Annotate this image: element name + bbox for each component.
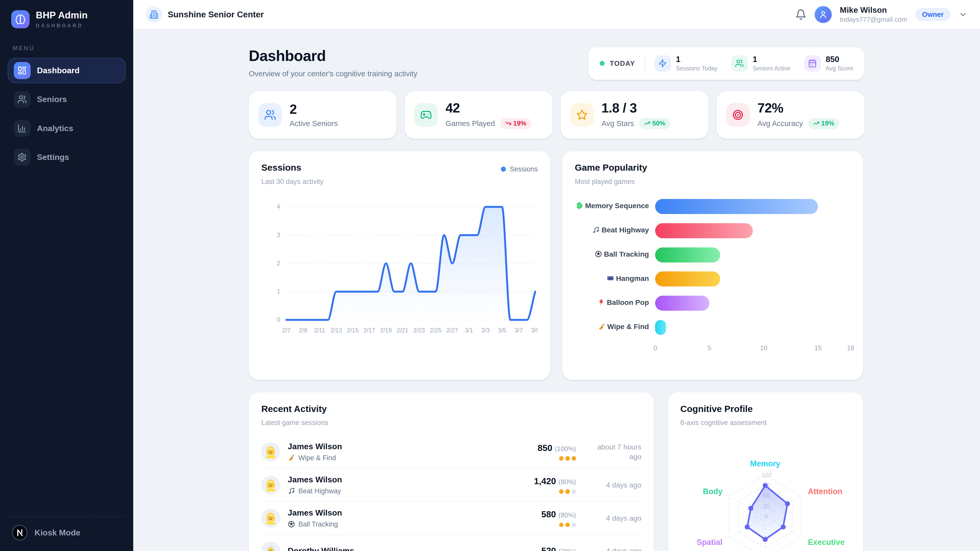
blonde-woman-avatar: [261, 442, 280, 461]
activity-row[interactable]: Dorothy Williams520(78%)4 days ago: [261, 535, 641, 551]
star-dot: [572, 489, 576, 494]
svg-text:0: 0: [277, 317, 280, 323]
stat-cards-row: 2Active Seniors42Games Played19%1.8 / 3A…: [249, 91, 864, 139]
puzzle-icon: [576, 202, 584, 212]
chevron-down-icon[interactable]: [959, 10, 967, 19]
bar-ball-tracking: [655, 248, 720, 262]
bar-row-ball-tracking: Ball Tracking: [575, 243, 851, 267]
trend-up-icon: [813, 120, 819, 127]
sidebar-item-label: Analytics: [37, 124, 73, 133]
center-name: Sunshine Senior Center: [168, 10, 264, 19]
sidebar: BHP Admin DASHBOARD MENU DashboardSenior…: [0, 0, 133, 551]
activity-row[interactable]: James WilsonWipe & Find850(100%)about 7 …: [261, 435, 641, 468]
stat-card-value: 2: [290, 102, 338, 117]
user-avatar[interactable]: [815, 6, 832, 23]
svg-text:2/23: 2/23: [414, 327, 425, 334]
star-dot: [572, 456, 576, 460]
topbar-right: Mike Wilson todays777@gmail.com Owner: [795, 6, 967, 23]
stat-card-active-seniors: 2Active Seniors: [249, 91, 396, 139]
radar-axis-spatial: Spatial: [697, 538, 722, 547]
stat-card-label: Avg Stars: [601, 119, 634, 128]
bar-track: [655, 248, 851, 262]
game-popularity-card: Game Popularity Most played games Memory…: [562, 151, 863, 380]
trend-badge: 50%: [639, 118, 670, 129]
today-stat-label: Sessions Today: [676, 65, 718, 72]
bar-row-wipe-find: Wipe & Find: [575, 315, 851, 340]
activity-accuracy: (80%): [558, 478, 576, 486]
activity-score: 580: [541, 510, 556, 519]
svg-text:abc: abc: [609, 277, 612, 279]
sidebar-item-seniors[interactable]: Seniors: [8, 87, 126, 112]
soccer-icon: [288, 520, 295, 528]
activity-row[interactable]: James WilsonBeat Highway1,420(80%)4 days…: [261, 468, 641, 501]
music-icon: [288, 487, 295, 495]
activity-game: Ball Tracking: [288, 520, 534, 528]
profile-title: Cognitive Profile: [680, 404, 767, 414]
activity-row[interactable]: James WilsonBall Tracking580(80%)4 days …: [261, 501, 641, 534]
music-icon: [592, 226, 600, 236]
radar-point: [762, 537, 768, 542]
bar-wipe-find: [655, 320, 666, 335]
sessions-legend: Sessions: [501, 165, 538, 173]
brand-title: BHP Admin: [36, 10, 88, 21]
radar-point: [745, 524, 750, 530]
bar-label: Balloon Pop: [575, 298, 649, 308]
activity-accuracy: (80%): [558, 511, 576, 519]
activity-score: 850: [538, 443, 552, 453]
sidebar-item-analytics[interactable]: Analytics: [8, 116, 126, 141]
recent-activity-card: Recent Activity Latest game sessions Jam…: [249, 392, 654, 551]
radar-point: [748, 506, 753, 511]
today-label: TODAY: [610, 59, 635, 68]
activity-title: Recent Activity: [261, 404, 328, 414]
sidebar-item-label: Seniors: [37, 95, 67, 104]
stat-card-avg-accuracy: 72%Avg Accuracy19%: [717, 91, 864, 139]
abc-icon: abc: [607, 275, 614, 284]
stat-card-label: Active Seniors: [290, 119, 338, 128]
kiosk-mode-button[interactable]: Kiosk Mode: [8, 516, 126, 544]
activity-subtitle: Latest game sessions: [261, 419, 328, 427]
svg-text:2: 2: [277, 260, 280, 267]
activity-accuracy: (78%): [558, 548, 576, 551]
soccer-icon: [595, 250, 602, 260]
sidebar-item-dashboard[interactable]: Dashboard: [8, 58, 126, 83]
center-selector[interactable]: Sunshine Senior Center: [146, 6, 264, 23]
brand-subtitle: DASHBOARD: [36, 23, 88, 29]
svg-text:2/17: 2/17: [364, 327, 375, 334]
stat-card-value: 72%: [757, 101, 839, 115]
role-badge[interactable]: Owner: [915, 8, 950, 21]
bar-row-beat-highway: Beat Highway: [575, 219, 851, 243]
broom-icon: [288, 454, 295, 462]
app-root: BHP Admin DASHBOARD MENU DashboardSenior…: [0, 0, 980, 551]
radar-axis-memory: Memory: [750, 459, 780, 468]
brain-icon: [11, 10, 29, 28]
star-dot: [559, 489, 563, 494]
gamepad-icon: [414, 103, 438, 127]
radar-axis-body: Body: [703, 487, 722, 495]
bar-hangman: [655, 272, 720, 286]
trend-up-icon: [644, 120, 651, 127]
activity-time: 4 days ago: [584, 513, 641, 523]
bar-label: Memory Sequence: [575, 201, 649, 211]
divider: [644, 56, 645, 72]
star-dot: [565, 523, 570, 527]
radar-point: [781, 524, 786, 530]
svg-text:4: 4: [277, 203, 280, 210]
sessions-subtitle: Last 30 days activity: [261, 178, 324, 186]
star-rating: [534, 489, 576, 494]
popularity-title: Game Popularity: [575, 162, 647, 173]
topbar: Sunshine Senior Center Mike Wilson today…: [133, 0, 980, 30]
svg-text:2/13: 2/13: [331, 327, 342, 334]
star-rating: [538, 456, 576, 460]
star-dot: [565, 456, 570, 460]
svg-text:2/7: 2/7: [282, 327, 291, 334]
sessions-chart-card: Sessions Last 30 days activity Sessions …: [249, 151, 550, 380]
activity-senior-name: James Wilson: [288, 475, 526, 484]
sidebar-item-settings[interactable]: Settings: [8, 144, 126, 170]
radar-axis-executive: Executive: [808, 538, 845, 547]
brand: BHP Admin DASHBOARD: [8, 9, 126, 30]
x-axis-tick: 18: [847, 345, 854, 352]
bar-label: abcHangman: [575, 274, 649, 284]
bell-icon[interactable]: [795, 9, 807, 20]
main-area: Sunshine Senior Center Mike Wilson today…: [133, 0, 980, 551]
today-stat-value: 1: [752, 55, 791, 64]
